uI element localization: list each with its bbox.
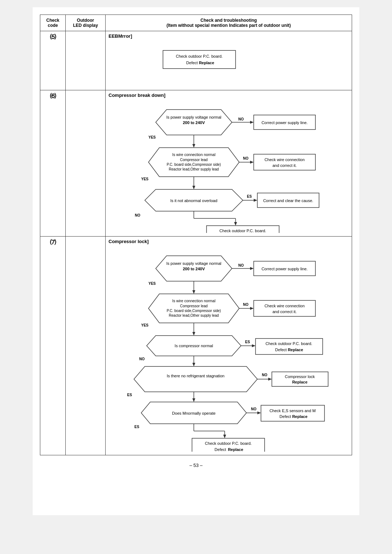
svg-text:NO: NO [135,213,140,217]
svg-text:Correct power supply line.: Correct power supply line. [261,120,307,125]
svg-text:Check wire connection: Check wire connection [265,157,305,162]
svg-text:Compressor lock: Compressor lock [285,374,315,379]
svg-text:NO: NO [238,263,244,267]
header-led-display: OutdoorLED display [66,15,106,31]
svg-text:Defect: Defect [279,414,291,419]
svg-text:YES: YES [141,177,148,181]
section-title-lock: Compressor lock] [109,239,349,244]
svg-text:Replace: Replace [292,380,307,384]
svg-marker-21 [250,161,254,164]
svg-text:Is it not abnormal overload: Is it not abnormal overload [170,198,217,203]
svg-text:Correct power supply line.: Correct power supply line. [261,267,307,271]
svg-marker-56 [148,294,239,323]
svg-text:NO: NO [238,117,244,121]
content-compressor-break: Compressor break down] Is power supply v… [106,90,352,237]
svg-text:ES: ES [245,340,250,344]
content-eeprom: EEBMrror] Check outdoor P.C. board. Defe… [106,31,352,90]
svg-text:Check outdoor P.C. board.: Check outdoor P.C. board. [176,54,223,58]
svg-marker-96 [257,411,261,414]
svg-marker-28 [192,186,195,189]
svg-marker-49 [250,267,254,270]
section-title-eeprom: EEBMrror] [109,33,349,39]
led-display-compressor-lock [66,237,106,455]
svg-marker-73 [252,344,256,347]
svg-text:NO: NO [251,407,257,411]
svg-rect-75 [256,338,323,354]
svg-rect-98 [261,405,324,421]
svg-text:NO: NO [262,373,268,377]
svg-text:Is power supply voltage normal: Is power supply voltage normal [166,261,221,266]
table-row-compressor-lock: ⑺ Compressor lock] Is power supply volta… [40,237,352,455]
svg-marker-15 [148,148,239,177]
svg-marker-81 [192,363,195,366]
svg-text:Reactor lead,Other supply lead: Reactor lead,Other supply lead [169,167,219,171]
svg-text:Check outdoor P.C. board.: Check outdoor P.C. board. [220,229,266,233]
svg-marker-92 [192,398,195,402]
led-display-eeprom [66,31,106,90]
header-troubleshooting: Check and troubleshooting(Item without s… [106,15,352,31]
svg-text:Defect: Defect [275,348,287,352]
svg-text:P.C. board side,Compressor sid: P.C. board side,Compressor side) [167,309,221,313]
svg-rect-0 [163,50,236,69]
svg-text:Check wire connection: Check wire connection [265,304,305,308]
svg-text:YES: YES [141,323,148,327]
svg-text:YES: YES [148,282,156,286]
svg-text:200 to 240V: 200 to 240V [183,120,205,125]
svg-text:Does Mnormally operate: Does Mnormally operate [172,411,216,415]
svg-text:Compressor lead: Compressor lead [180,304,208,308]
svg-text:Replace: Replace [228,447,243,452]
content-compressor-lock: Compressor lock] Is power supply voltage… [106,237,352,455]
svg-marker-40 [234,222,237,226]
svg-text:Reactor lead,Other supply lead: Reactor lead,Other supply lead [169,313,219,317]
svg-text:Is compressor normal: Is compressor normal [175,344,213,348]
flowchart-compressor-lock: Is power supply voltage normal 200 to 24… [109,249,349,452]
flowchart-compressor-break: Is power supply voltage normal 200 to 24… [109,102,349,233]
main-table: Checkcode OutdoorLED display Check and t… [40,15,352,455]
svg-text:Compressor lead: Compressor lead [180,158,208,162]
svg-marker-85 [268,378,272,381]
svg-text:Replace: Replace [199,61,214,65]
svg-text:ES: ES [127,393,132,397]
svg-text:Is there no refrigerant stagna: Is there no refrigerant stagnation [167,374,225,378]
svg-text:and correct it.: and correct it. [273,309,297,314]
table-row-compressor-break: ⑹ Compressor break down] Is power supply… [40,90,352,237]
svg-marker-62 [250,307,254,310]
flowchart-eeprom: Check outdoor P.C. board. Defect Replace [109,43,349,87]
svg-text:Is wire connection normal: Is wire connection normal [172,152,215,157]
svg-text:Defect: Defect [186,61,198,65]
check-code-eeprom: ⑸ [40,31,66,90]
svg-text:200 to 240V: 200 to 240V [183,267,205,271]
svg-text:ES: ES [247,194,252,198]
page-number: – 53 – [40,463,352,468]
svg-text:and correct it.: and correct it. [273,163,297,168]
svg-marker-106 [223,435,226,438]
svg-marker-69 [192,332,195,336]
svg-text:NO: NO [243,303,249,307]
svg-text:Check outdoor P.C. board.: Check outdoor P.C. board. [266,341,313,346]
page: Checkcode OutdoorLED display Check and t… [33,7,359,515]
svg-text:NO: NO [139,357,145,361]
svg-rect-87 [272,372,328,386]
svg-marker-55 [192,290,195,294]
svg-text:YES: YES [148,135,156,139]
svg-rect-64 [254,300,315,316]
svg-text:Check E,S sensors and M: Check E,S sensors and M [269,409,315,413]
svg-marker-32 [254,199,257,202]
svg-text:Check outdoor P.C. board.: Check outdoor P.C. board. [205,441,252,446]
check-code-compressor-lock: ⑺ [40,237,66,455]
svg-text:ES: ES [134,425,139,429]
svg-text:Is power supply voltage normal: Is power supply voltage normal [166,115,221,119]
svg-text:P.C. board side,Compressor sid: P.C. board side,Compressor side) [167,163,221,167]
check-code-compressor-break: ⑹ [40,90,66,237]
section-title-break: Compressor break down] [109,93,349,98]
svg-marker-14 [192,144,195,148]
header-check-code: Checkcode [40,15,66,31]
table-header: Checkcode OutdoorLED display Check and t… [40,15,352,31]
svg-text:Replace: Replace [292,414,307,419]
svg-text:NO: NO [243,156,249,160]
svg-marker-8 [250,121,254,124]
svg-text:Defect: Defect [215,447,226,452]
svg-text:Is wire connection normal: Is wire connection normal [172,299,215,303]
led-display-compressor-break [66,90,106,237]
svg-text:Replace: Replace [288,348,303,352]
